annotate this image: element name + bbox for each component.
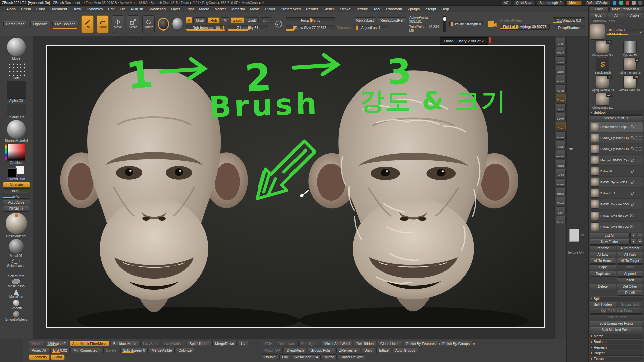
subtool-action-button[interactable]: All Low — [590, 252, 616, 257]
right-shelf-button[interactable]: Move — [556, 141, 566, 149]
tray-button[interactable]: Auto Groups — [393, 348, 418, 353]
gravity-strength-slider[interactable]: Gravity Strength 0 — [449, 21, 484, 27]
menu-item[interactable]: Movie — [248, 7, 262, 11]
subtool-row[interactable]: Extract1_1 — [590, 188, 643, 199]
goz-visible-button[interactable]: Visible — [626, 13, 643, 18]
paint-icon[interactable] — [635, 181, 638, 184]
menu-item[interactable]: Stencil — [321, 7, 337, 11]
obj-shadow-slider[interactable]: ObjShadow 0.3 — [553, 17, 585, 23]
zsub-button[interactable]: Zsub — [246, 17, 259, 23]
menu-item[interactable]: Layer — [169, 7, 183, 11]
subpalette-tab[interactable]: Color — [51, 354, 65, 360]
menu-item[interactable]: Zplugin — [405, 7, 422, 11]
subtool-up-top-button[interactable]: ▲ — [637, 233, 643, 238]
smooth-valleys-tool[interactable]: SmoothValleys — [5, 311, 28, 321]
split-action-button[interactable]: Split To Parts — [590, 314, 643, 320]
tray-button[interactable]: Del Higher — [298, 341, 320, 346]
select-lasso-tool[interactable]: SelectLasso — [7, 259, 25, 268]
lightbox-button[interactable]: LightBox — [30, 21, 49, 27]
right-shelf-button[interactable]: Transp — [556, 188, 566, 196]
subpalette-header[interactable]: Merge — [590, 334, 643, 339]
recent-tool-item[interactable]: 10 Chimpanzee Ste — [590, 93, 616, 109]
subtool-row[interactable]: PM3D_Sphere3D1 — [590, 177, 643, 188]
tray-button[interactable]: DynaMesh — [284, 348, 306, 353]
tray-button[interactable]: Colorize — [176, 348, 195, 353]
menu-item[interactable]: Material — [229, 7, 247, 11]
subtool-down-button[interactable]: ▼ — [630, 239, 636, 245]
focal-shift-slider[interactable]: Focal Shift 0 — [286, 17, 335, 23]
paint-icon[interactable] — [635, 192, 638, 195]
menu-item[interactable]: I-Brush — [129, 7, 145, 11]
ac-button[interactable]: AC — [501, 1, 511, 5]
subtool-action-button[interactable]: Append — [617, 271, 643, 277]
dynamic-label[interactable]: Dynamic — [337, 26, 351, 30]
edit-button[interactable]: Edit — [81, 15, 94, 33]
menu-item[interactable]: Color — [34, 7, 47, 11]
subtool-action-button[interactable]: All High — [617, 252, 643, 257]
menu-item[interactable]: Macro — [197, 7, 212, 11]
subtool-action-button[interactable]: Copy — [590, 264, 616, 270]
menus-button[interactable]: Menus — [567, 1, 582, 5]
tray-button[interactable]: MergeVisible — [149, 348, 175, 353]
list-all-button[interactable]: List All — [590, 233, 630, 238]
tray-button[interactable]: Mirror — [322, 354, 336, 360]
palette-icon[interactable] — [613, 1, 616, 5]
accucurve-button[interactable]: AccuCurve — [3, 200, 30, 205]
sculpt-icon[interactable] — [639, 192, 642, 195]
new-folder-button[interactable]: New Folder — [590, 239, 630, 245]
grid-icon[interactable] — [632, 1, 636, 5]
color-picker[interactable]: Gradient — [7, 144, 25, 165]
right-shelf-button[interactable]: SPix 3 — [556, 47, 566, 55]
right-shelf-button[interactable]: Zoom — [556, 66, 566, 74]
tray-button[interactable]: Close Holes — [378, 341, 402, 346]
eye-icon[interactable] — [630, 203, 634, 206]
tray-button[interactable]: Morph UV — [262, 348, 283, 353]
split-action-button[interactable]: Split Masked Points — [590, 327, 643, 333]
menu-item[interactable]: Zscript — [423, 7, 438, 11]
subtool-row[interactable]: PM3D_Cylinder3D3_1 — [590, 133, 643, 143]
sculpt-icon[interactable] — [639, 125, 642, 129]
brush-config-icon[interactable] — [619, 1, 623, 5]
eye-icon[interactable] — [630, 170, 634, 173]
eye-icon[interactable] — [630, 125, 634, 128]
paint-icon[interactable] — [635, 125, 638, 129]
rgb-button[interactable]: Rgb — [208, 17, 220, 23]
m-button[interactable]: M — [221, 17, 229, 23]
subpalette-header[interactable]: Extract — [590, 356, 643, 361]
alpha-thumbnail[interactable]: Alpha Off — [7, 81, 26, 103]
mask-pen-tool[interactable]: MaskPen — [9, 289, 23, 299]
clone-button[interactable]: Clone — [590, 6, 609, 12]
deep-shadow-slider[interactable]: DeepShadow — [553, 25, 585, 31]
subtool-action-button[interactable]: Insert — [617, 277, 643, 283]
eye-icon[interactable] — [630, 159, 634, 162]
lightbox-tools-label[interactable]: LightBox►Tools — [590, 19, 643, 23]
menu-item[interactable]: Render — [304, 7, 320, 11]
draw-size-slider[interactable]: Draw Size 77.02378 — [286, 25, 335, 31]
subpalette-header[interactable]: Boolean — [590, 339, 643, 344]
tray-button[interactable]: Split Hidden — [187, 341, 211, 346]
subtool-row[interactable]: Merged_PM3D_Cylinder3D5 — [590, 155, 643, 166]
recent-tool-item[interactable]: SimpleBrush — [590, 58, 616, 74]
record-icon[interactable] — [626, 1, 629, 5]
sculpt-icon[interactable] — [639, 136, 642, 140]
paint-icon[interactable] — [635, 225, 638, 228]
tray-button[interactable]: Mirror And Weld — [322, 341, 352, 346]
subtool-row[interactable]: PM3D_Cylinder3D3 — [590, 199, 643, 210]
subtool-action-button[interactable]: Del Other — [617, 284, 643, 289]
undo-history-marker[interactable] — [489, 37, 491, 43]
goz-all-button[interactable]: All — [608, 13, 625, 18]
select-rect-tool[interactable]: SelectRect — [8, 269, 24, 278]
rf-slider[interactable]: Rf 0 — [3, 194, 30, 199]
subtool-row[interactable]: Chimpanzee Step1234 — [590, 122, 643, 132]
right-shelf-button[interactable]: Zoom3D — [556, 150, 566, 159]
menu-item[interactable]: Light — [183, 7, 196, 11]
sculpt-icon[interactable] — [639, 225, 642, 228]
adjust-last-slider[interactable]: AdjustLast 1 — [354, 25, 388, 31]
eye-icon[interactable] — [630, 225, 634, 228]
a-chip[interactable]: A — [186, 17, 192, 23]
right-shelf-button[interactable]: Gxyz — [556, 122, 566, 130]
menu-item[interactable]: Brush — [19, 7, 33, 11]
make-polymesh3d-button[interactable]: Make PolyMesh3D — [609, 6, 643, 12]
paint-icon[interactable] — [635, 203, 638, 206]
basic-material-thumbnail[interactable]: BasicMaterial — [6, 213, 27, 238]
